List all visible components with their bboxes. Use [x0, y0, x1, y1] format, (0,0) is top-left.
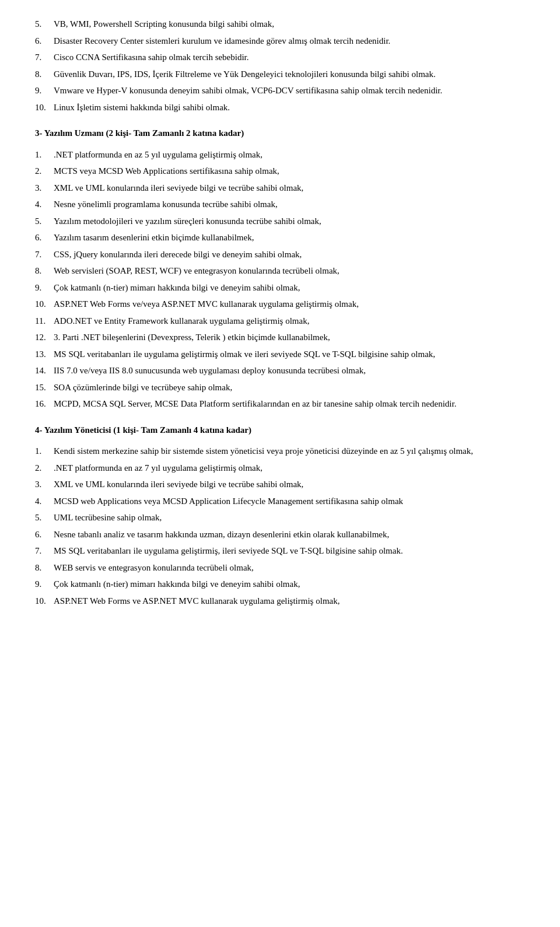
item-number: 7. [35, 248, 54, 261]
list-item: 7.CSS, jQuery konularında ileri derecede… [35, 248, 525, 261]
list-item: 12.3. Parti .NET bileşenlerini (Devexpre… [35, 331, 525, 344]
item-text: MCTS veya MCSD Web Applications sertifik… [54, 165, 525, 178]
item-number: 6. [35, 34, 54, 48]
item-text: MCSD web Applications veya MCSD Applicat… [54, 495, 525, 508]
list-item: 15.SOA çözümlerinde bilgi ve tecrübeye s… [35, 381, 525, 394]
list-item: 16.MCPD, MCSA SQL Server, MCSE Data Plat… [35, 397, 525, 411]
list-item: 6.Nesne tabanlı analiz ve tasarım hakkın… [35, 528, 525, 541]
list-item: 1.Kendi sistem merkezine sahip bir siste… [35, 445, 525, 458]
section2-header: 3- Yazılım Uzmanı (2 kişi- Tam Zamanlı 2… [35, 127, 525, 140]
item-text: MS SQL veritabanları ile uygulama gelişt… [54, 544, 525, 558]
item-number: 3. [35, 478, 54, 491]
item-number: 2. [35, 461, 54, 475]
item-text: SOA çözümlerinde bilgi ve tecrübeye sahi… [54, 381, 525, 394]
item-text: WEB servis ve entegrasyon konularında te… [54, 561, 525, 575]
item-text: ADO.NET ve Entity Framework kullanarak u… [54, 314, 525, 328]
list-item: 2..NET platformunda en az 7 yıl uygulama… [35, 461, 525, 475]
item-number: 10. [35, 594, 54, 608]
item-number: 2. [35, 165, 54, 178]
list-item: 10.ASP.NET Web Forms ve/veya ASP.NET MVC… [35, 298, 525, 311]
item-text: Web servisleri (SOAP, REST, WCF) ve ente… [54, 264, 525, 278]
item-number: 1. [35, 148, 54, 162]
item-text: Cisco CCNA Sertifikasına sahip olmak ter… [54, 51, 525, 64]
item-number: 15. [35, 381, 54, 394]
list-item: 8.WEB servis ve entegrasyon konularında … [35, 561, 525, 575]
list-item: 5.UML tecrübesine sahip olmak, [35, 511, 525, 524]
list-item: 6.Yazılım tasarım desenlerini etkin biçi… [35, 231, 525, 244]
section3-header: 4- Yazılım Yöneticisi (1 kişi- Tam Zaman… [35, 424, 525, 437]
list-item: 3.XML ve UML konularında ileri seviyede … [35, 478, 525, 491]
section3-list: 1.Kendi sistem merkezine sahip bir siste… [35, 445, 525, 607]
section2-list: 1..NET platformunda en az 5 yıl uygulama… [35, 148, 525, 411]
item-text: Nesne yönelimli programlama konusunda te… [54, 198, 525, 211]
list-item: 4.Nesne yönelimli programlama konusunda … [35, 198, 525, 211]
item-text: Çok katmanlı (n-tier) mimarı hakkında bi… [54, 578, 525, 591]
item-number: 10. [35, 298, 54, 311]
item-text: MCPD, MCSA SQL Server, MCSE Data Platfor… [54, 397, 525, 411]
item-text: Vmware ve Hyper-V konusunda deneyim sahi… [54, 84, 525, 97]
item-number: 11. [35, 314, 54, 328]
item-text: Yazılım metodolojileri ve yazılım süreçl… [54, 215, 525, 228]
list-item: 4.MCSD web Applications veya MCSD Applic… [35, 495, 525, 508]
item-text: Kendi sistem merkezine sahip bir sistemd… [54, 445, 525, 458]
item-text: ASP.NET Web Forms ve/veya ASP.NET MVC ku… [54, 298, 525, 311]
list-item: 11.ADO.NET ve Entity Framework kullanara… [35, 314, 525, 328]
item-text: Güvenlik Duvarı, IPS, IDS, İçerik Filtre… [54, 68, 525, 81]
list-item: 7.MS SQL veritabanları ile uygulama geli… [35, 544, 525, 558]
item-number: 8. [35, 68, 54, 81]
item-number: 8. [35, 561, 54, 575]
item-text: MS SQL veritabanları ile uygulama gelişt… [54, 348, 525, 361]
intro-list: 5.VB, WMI, Powershell Scripting konusund… [35, 18, 525, 114]
item-text: UML tecrübesine sahip olmak, [54, 511, 525, 524]
list-item: 2.MCTS veya MCSD Web Applications sertif… [35, 165, 525, 178]
item-number: 3. [35, 181, 54, 195]
item-number: 9. [35, 281, 54, 295]
list-item: 13.MS SQL veritabanları ile uygulama gel… [35, 348, 525, 361]
item-number: 12. [35, 331, 54, 344]
item-text: IIS 7.0 ve/veya IIS 8.0 sunucusunda web … [54, 364, 525, 377]
item-number: 5. [35, 215, 54, 228]
item-text: ASP.NET Web Forms ve ASP.NET MVC kullana… [54, 594, 525, 608]
list-item: 9.Çok katmanlı (n-tier) mimarı hakkında … [35, 578, 525, 591]
item-text: Disaster Recovery Center sistemleri kuru… [54, 34, 525, 48]
list-item: 7.Cisco CCNA Sertifikasına sahip olmak t… [35, 51, 525, 64]
list-item: 9.Çok katmanlı (n-tier) mimarı hakkında … [35, 281, 525, 295]
list-item: 5.VB, WMI, Powershell Scripting konusund… [35, 18, 525, 31]
item-number: 6. [35, 528, 54, 541]
list-item: 10.ASP.NET Web Forms ve ASP.NET MVC kull… [35, 594, 525, 608]
list-item: 3.XML ve UML konularında ileri seviyede … [35, 181, 525, 195]
list-item: 8.Güvenlik Duvarı, IPS, IDS, İçerik Filt… [35, 68, 525, 81]
item-number: 5. [35, 511, 54, 524]
item-number: 14. [35, 364, 54, 377]
item-text: VB, WMI, Powershell Scripting konusunda … [54, 18, 525, 31]
list-item: 8.Web servisleri (SOAP, REST, WCF) ve en… [35, 264, 525, 278]
item-number: 9. [35, 84, 54, 97]
item-text: XML ve UML konularında ileri seviyede bi… [54, 181, 525, 195]
item-text: Nesne tabanlı analiz ve tasarım hakkında… [54, 528, 525, 541]
item-text: 3. Parti .NET bileşenlerini (Devexpress,… [54, 331, 525, 344]
item-number: 6. [35, 231, 54, 244]
item-text: CSS, jQuery konularında ileri derecede b… [54, 248, 525, 261]
item-number: 7. [35, 544, 54, 558]
list-item: 1..NET platformunda en az 5 yıl uygulama… [35, 148, 525, 162]
item-number: 5. [35, 18, 54, 31]
item-number: 4. [35, 198, 54, 211]
item-text: .NET platformunda en az 5 yıl uygulama g… [54, 148, 525, 162]
item-number: 8. [35, 264, 54, 278]
list-item: 10.Linux İşletim sistemi hakkında bilgi … [35, 101, 525, 114]
list-item: 9.Vmware ve Hyper-V konusunda deneyim sa… [35, 84, 525, 97]
item-number: 7. [35, 51, 54, 64]
item-number: 13. [35, 348, 54, 361]
item-number: 4. [35, 495, 54, 508]
item-text: Çok katmanlı (n-tier) mimarı hakkında bi… [54, 281, 525, 295]
item-text: Linux İşletim sistemi hakkında bilgi sah… [54, 101, 525, 114]
item-number: 10. [35, 101, 54, 114]
list-item: 6.Disaster Recovery Center sistemleri ku… [35, 34, 525, 48]
item-text: XML ve UML konularında ileri seviyede bi… [54, 478, 525, 491]
item-text: .NET platformunda en az 7 yıl uygulama g… [54, 461, 525, 475]
item-number: 1. [35, 445, 54, 458]
item-text: Yazılım tasarım desenlerini etkin biçimd… [54, 231, 525, 244]
list-item: 5.Yazılım metodolojileri ve yazılım süre… [35, 215, 525, 228]
list-item: 14.IIS 7.0 ve/veya IIS 8.0 sunucusunda w… [35, 364, 525, 377]
item-number: 16. [35, 397, 54, 411]
